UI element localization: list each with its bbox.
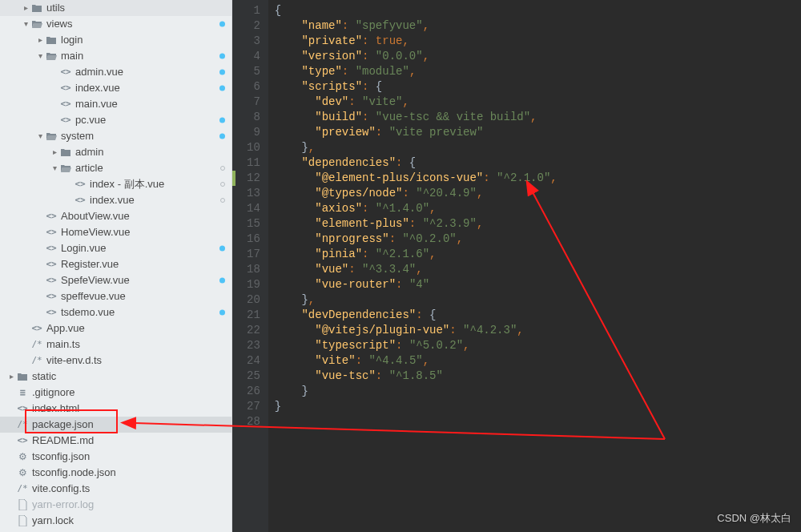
tree-item-label: yarn-error.log bbox=[32, 497, 94, 513]
code-line[interactable]: "build": "vue-tsc && vite build", bbox=[275, 110, 557, 125]
tree-item[interactable]: ▾system bbox=[0, 128, 231, 144]
annotation-box bbox=[25, 409, 118, 433]
tree-item-label: SpefeView.vue bbox=[61, 272, 130, 288]
tree-item[interactable]: ⚙tsconfig.json bbox=[0, 449, 231, 465]
tree-item[interactable]: <>Login.vue bbox=[0, 240, 231, 256]
code-line[interactable] bbox=[275, 414, 557, 429]
line-number: 15 bbox=[247, 216, 260, 232]
tree-item-label: login bbox=[61, 32, 83, 48]
line-number: 11 bbox=[247, 155, 260, 171]
tree-item-label: Login.vue bbox=[61, 240, 106, 256]
code-line[interactable]: { bbox=[275, 3, 557, 18]
tree-item[interactable]: ≡.gitignore bbox=[0, 385, 231, 401]
code-line[interactable]: "element-plus": "^2.3.9", bbox=[275, 216, 557, 232]
tree-item[interactable]: <>speffevue.vue bbox=[0, 288, 231, 304]
tree-item-label: vite.config.ts bbox=[32, 481, 90, 497]
vcs-dot-icon bbox=[219, 134, 225, 139]
code-line[interactable]: "vite": "^4.4.5", bbox=[275, 353, 557, 369]
tree-item[interactable]: /*vite.config.ts bbox=[0, 481, 231, 497]
line-number: 27 bbox=[247, 399, 260, 414]
tree-item[interactable]: <>Register.vue bbox=[0, 256, 231, 272]
code-line[interactable]: "dev": "vite", bbox=[275, 95, 557, 110]
code-line[interactable]: "@types/node": "^20.4.9", bbox=[275, 186, 557, 201]
tree-item[interactable]: ▸utils bbox=[0, 0, 231, 16]
gitignore-icon: ≡ bbox=[16, 386, 29, 399]
folder-icon bbox=[45, 34, 58, 46]
code-icon: <> bbox=[59, 66, 72, 79]
tree-item-label: article bbox=[75, 160, 103, 176]
line-number: 5 bbox=[247, 64, 260, 79]
tree-item[interactable]: ▾article bbox=[0, 160, 231, 176]
code-line[interactable]: }, bbox=[275, 292, 557, 308]
tree-item[interactable]: <>tsdemo.vue bbox=[0, 304, 231, 320]
tree-item[interactable]: /*vite-env.d.ts bbox=[0, 353, 231, 369]
folder-open-icon bbox=[45, 50, 58, 62]
line-number: 1 bbox=[247, 3, 260, 18]
code-line[interactable]: "scripts": { bbox=[275, 79, 557, 95]
code-line[interactable]: } bbox=[275, 399, 557, 414]
tree-item-label: tsdemo.vue bbox=[61, 304, 115, 320]
code-area[interactable]: { "name": "spefyvue", "private": true, "… bbox=[268, 0, 557, 532]
tree-item-label: vite-env.d.ts bbox=[46, 353, 102, 369]
tree-item-label: views bbox=[46, 16, 73, 32]
code-line[interactable]: "name": "spefyvue", bbox=[275, 18, 557, 34]
vcs-dot-icon bbox=[220, 182, 225, 187]
code-line[interactable]: "nprogress": "^0.2.0", bbox=[275, 232, 557, 247]
tree-item-label: README.md bbox=[32, 433, 94, 449]
tree-item[interactable]: <>main.vue bbox=[0, 96, 231, 112]
code-line[interactable]: }, bbox=[275, 140, 557, 155]
code-line[interactable]: } bbox=[275, 384, 557, 399]
code-line[interactable]: "type": "module", bbox=[275, 64, 557, 79]
line-number: 20 bbox=[247, 292, 260, 308]
code-line[interactable]: "axios": "^1.4.0", bbox=[275, 201, 557, 216]
code-line[interactable]: "vue-router": "4" bbox=[275, 277, 557, 292]
tree-item[interactable]: <>admin.vue bbox=[0, 64, 231, 80]
line-number: 17 bbox=[247, 247, 260, 262]
code-line[interactable]: "@vitejs/plugin-vue": "^4.2.3", bbox=[275, 323, 557, 338]
tree-item[interactable]: <>index.vue bbox=[0, 192, 231, 208]
tree-item-label: App.vue bbox=[46, 320, 85, 337]
tree-item-label: tsconfig.node.json bbox=[32, 465, 116, 481]
tree-item[interactable]: <>index.vue bbox=[0, 80, 231, 96]
tree-item[interactable]: yarn-error.log bbox=[0, 497, 231, 513]
tree-item[interactable]: <>App.vue bbox=[0, 320, 231, 337]
tree-item[interactable]: <>pc.vue bbox=[0, 112, 231, 128]
comment-icon: /* bbox=[16, 482, 29, 495]
tree-item[interactable]: ▾views bbox=[0, 16, 231, 32]
tree-item[interactable]: ▸static bbox=[0, 369, 231, 385]
vcs-dot-icon bbox=[219, 118, 225, 123]
code-icon: <> bbox=[30, 322, 43, 335]
tree-item[interactable]: <>index - 副本.vue bbox=[0, 176, 231, 192]
code-line[interactable]: "private": true, bbox=[275, 34, 557, 49]
code-line[interactable]: "vue-tsc": "^1.8.5" bbox=[275, 369, 557, 384]
vcs-dot-icon bbox=[220, 198, 225, 203]
tree-item[interactable]: yarn.lock bbox=[0, 513, 231, 529]
tree-item-label: admin.vue bbox=[75, 64, 123, 80]
tree-item[interactable]: ▸login bbox=[0, 32, 231, 48]
code-icon: <> bbox=[45, 274, 58, 287]
code-editor[interactable]: 1234567891011121314151617181920212223242… bbox=[232, 0, 801, 532]
code-line[interactable]: "devDependencies": { bbox=[275, 308, 557, 323]
folder-open-icon bbox=[59, 162, 72, 175]
code-line[interactable]: "typescript": "^5.0.2", bbox=[275, 338, 557, 353]
code-line[interactable]: "@element-plus/icons-vue": "^2.1.0", bbox=[275, 171, 557, 186]
code-line[interactable]: "preview": "vite preview" bbox=[275, 125, 557, 140]
gear-icon: ⚙ bbox=[16, 466, 29, 479]
file-explorer[interactable]: ▸utils▾views▸login▾main<>admin.vue<>inde… bbox=[0, 0, 232, 532]
tree-item[interactable]: /*main.ts bbox=[0, 337, 231, 353]
file-icon bbox=[16, 498, 29, 511]
folder-icon bbox=[16, 370, 29, 383]
tree-item[interactable]: <>SpefeView.vue bbox=[0, 272, 231, 288]
code-line[interactable]: "version": "0.0.0", bbox=[275, 49, 557, 64]
code-line[interactable]: "pinia": "^2.1.6", bbox=[275, 247, 557, 262]
line-number: 24 bbox=[247, 353, 260, 369]
code-line[interactable]: "vue": "^3.3.4", bbox=[275, 262, 557, 277]
code-line[interactable]: "dependencies": { bbox=[275, 155, 557, 171]
tree-item[interactable]: <>AboutView.vue bbox=[0, 208, 231, 224]
tree-item[interactable]: ⚙tsconfig.node.json bbox=[0, 465, 231, 481]
chevron-icon: ▸ bbox=[50, 144, 59, 160]
tree-item[interactable]: ▾main bbox=[0, 48, 231, 64]
tree-item[interactable]: <>HomeView.vue bbox=[0, 224, 231, 240]
tree-item[interactable]: ▸admin bbox=[0, 144, 231, 160]
tree-item[interactable]: <>README.md bbox=[0, 433, 231, 449]
